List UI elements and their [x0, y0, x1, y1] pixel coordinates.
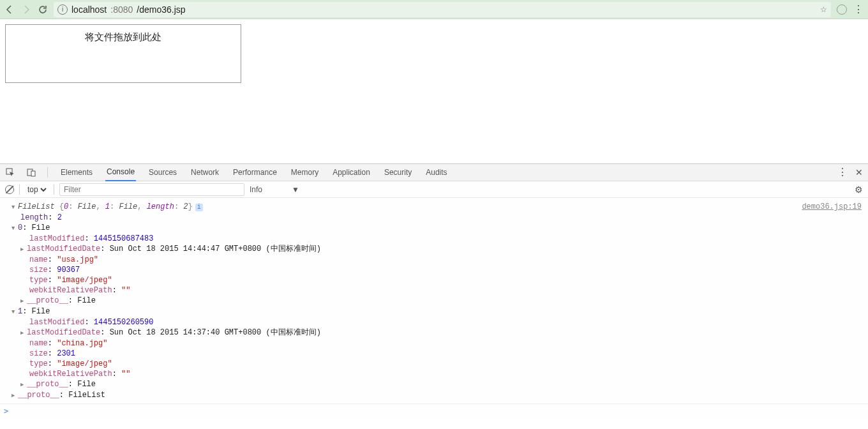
url-path: /demo36.jsp [137, 4, 185, 15]
back-button[interactable] [4, 4, 15, 15]
console-row[interactable]: name: "usa.jpg" [29, 255, 865, 265]
file-dropzone[interactable]: 将文件拖放到此处 [5, 24, 241, 83]
console-row[interactable]: lastModifiedDate: Sun Oct 18 2015 14:44:… [20, 244, 865, 255]
devtools-menu-icon[interactable]: ⋮ [837, 167, 848, 177]
console-output: FileList {0: File, 1: File, length: 2}i … [0, 198, 868, 403]
context-selector[interactable]: top [25, 184, 49, 195]
console-row[interactable]: name: "china.jpg" [29, 338, 865, 349]
site-info-icon[interactable]: i [57, 4, 68, 15]
console-row[interactable]: size: 90367 [29, 265, 865, 275]
tab-application[interactable]: Application [331, 164, 371, 181]
console-row[interactable]: __proto__: FileList [11, 390, 865, 401]
device-toggle-icon[interactable] [26, 168, 36, 177]
log-level-label[interactable]: Info [250, 185, 262, 194]
url-host: localhost [71, 4, 107, 15]
forward-button[interactable] [20, 4, 32, 15]
reload-button[interactable] [37, 4, 49, 15]
tab-audits[interactable]: Audits [424, 164, 448, 181]
chevron-down-icon[interactable]: ▼ [292, 185, 299, 194]
console-row[interactable]: __proto__: File [20, 379, 865, 390]
console-row[interactable]: FileList {0: File, 1: File, length: 2}i … [3, 202, 865, 213]
console-toolbar: top Info ▼ ⚙ [0, 181, 868, 198]
source-link[interactable]: demo36.jsp:19 [802, 202, 862, 213]
console-row[interactable]: 0: File [11, 223, 865, 234]
devtools-panel: Elements Console Sources Network Perform… [0, 163, 868, 418]
tab-sources[interactable]: Sources [147, 164, 178, 181]
tab-console[interactable]: Console [105, 164, 136, 181]
svg-rect-2 [31, 171, 35, 176]
browser-toolbar: i localhost:8080/demo36.jsp ☆ ⋮ [0, 0, 868, 19]
console-row[interactable]: length: 2 [20, 213, 865, 223]
console-row[interactable]: __proto__: File [20, 296, 865, 306]
devtools-tabs: Elements Console Sources Network Perform… [0, 164, 868, 181]
bookmark-star-icon[interactable]: ☆ [820, 5, 827, 14]
expand-toggle[interactable] [11, 390, 18, 401]
tab-elements[interactable]: Elements [59, 164, 94, 181]
devtools-close-icon[interactable]: ✕ [855, 167, 863, 177]
tab-performance[interactable]: Performance [232, 164, 278, 181]
separator [19, 184, 20, 195]
console-prompt[interactable]: > [0, 403, 868, 418]
url-port: :8080 [110, 4, 133, 15]
console-row[interactable]: webkitRelativePath: "" [29, 369, 865, 379]
tab-memory[interactable]: Memory [290, 164, 320, 181]
console-row[interactable]: 1: File [11, 306, 865, 317]
expand-toggle[interactable] [20, 379, 27, 390]
info-icon[interactable]: i [195, 204, 203, 211]
expand-toggle[interactable] [11, 202, 18, 213]
separator [47, 167, 48, 177]
expand-toggle[interactable] [11, 306, 18, 317]
expand-toggle[interactable] [20, 296, 27, 306]
globe-icon[interactable] [836, 4, 848, 15]
browser-menu-icon[interactable]: ⋮ [853, 4, 864, 15]
console-settings-icon[interactable]: ⚙ [855, 184, 863, 195]
separator [54, 184, 54, 195]
clear-console-icon[interactable] [5, 185, 14, 194]
object-type: FileList [18, 202, 55, 211]
console-filter-input[interactable] [59, 183, 244, 196]
address-bar[interactable]: i localhost:8080/demo36.jsp ☆ [54, 2, 831, 17]
tab-network[interactable]: Network [190, 164, 220, 181]
inspect-icon[interactable] [5, 168, 15, 177]
tab-security[interactable]: Security [383, 164, 413, 181]
console-row[interactable]: size: 2301 [29, 349, 865, 359]
console-row[interactable]: type: "image/jpeg" [29, 275, 865, 285]
console-row[interactable]: type: "image/jpeg" [29, 359, 865, 369]
console-row[interactable]: lastModified: 1445150687483 [29, 234, 865, 244]
console-row[interactable]: lastModified: 1445150260590 [29, 317, 865, 327]
expand-toggle[interactable] [20, 327, 27, 338]
console-row[interactable]: lastModifiedDate: Sun Oct 18 2015 14:37:… [20, 327, 865, 338]
expand-toggle[interactable] [11, 223, 18, 234]
dropzone-label: 将文件拖放到此处 [85, 31, 161, 42]
page-content: 将文件拖放到此处 [0, 19, 868, 163]
expand-toggle[interactable] [20, 244, 27, 255]
console-row[interactable]: webkitRelativePath: "" [29, 285, 865, 296]
